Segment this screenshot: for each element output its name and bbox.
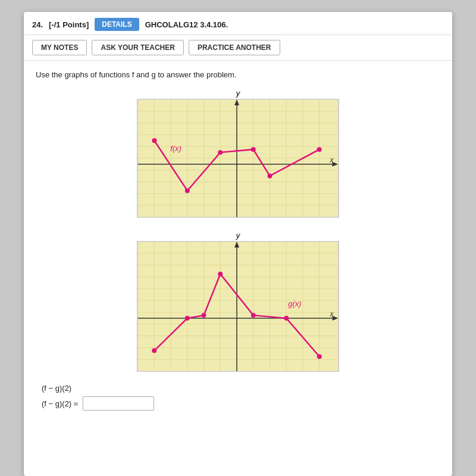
- problem-number: 24.: [32, 20, 43, 29]
- content-area: Use the graphs of functions f and g to a…: [24, 61, 452, 420]
- answer-row: (f − g)(2) =: [42, 396, 434, 411]
- svg-point-62: [284, 316, 289, 321]
- graph2-function-label: g(x): [288, 299, 301, 308]
- svg-point-27: [218, 150, 223, 155]
- svg-point-61: [251, 313, 256, 318]
- svg-point-60: [218, 272, 223, 277]
- action-bar: MY NOTES ASK YOUR TEACHER PRACTICE ANOTH…: [24, 35, 452, 61]
- graph1-function-label: f(x): [170, 144, 181, 153]
- answer-input[interactable]: [83, 396, 154, 411]
- page-container: 24. [-/1 Points] DETAILS GHCOLALG12 3.4.…: [24, 12, 452, 476]
- header-bar: 24. [-/1 Points] DETAILS GHCOLALG12 3.4.…: [24, 12, 452, 35]
- svg-point-58: [185, 316, 190, 321]
- svg-point-28: [251, 147, 256, 152]
- ask-teacher-button[interactable]: ASK YOUR TEACHER: [92, 40, 183, 55]
- problem-code: GHCOLALG12 3.4.106.: [145, 20, 228, 29]
- svg-rect-31: [138, 242, 339, 371]
- graph1-y-label: y: [137, 89, 339, 98]
- graph1-x-label: x: [329, 156, 334, 164]
- graph2-x-label: x: [330, 310, 334, 318]
- graph2-canvas: g(x) x: [137, 241, 339, 372]
- svg-point-30: [317, 147, 322, 152]
- svg-point-57: [152, 348, 156, 353]
- my-notes-button[interactable]: MY NOTES: [32, 40, 87, 55]
- graph1-wrapper: y: [137, 87, 339, 218]
- graph2-wrapper: y: [137, 230, 339, 372]
- points-label: [-/1 Points]: [49, 20, 89, 29]
- graph1-canvas: f(x) x: [137, 99, 339, 218]
- svg-point-29: [268, 174, 273, 178]
- answer-label: (f − g)(2) =: [42, 399, 78, 408]
- practice-another-button[interactable]: PRACTICE ANOTHER: [189, 40, 280, 55]
- svg-point-63: [317, 354, 322, 359]
- question-line1: (f − g)(2): [42, 384, 434, 393]
- details-button[interactable]: DETAILS: [95, 18, 139, 31]
- svg-point-25: [152, 138, 156, 143]
- instruction-text: Use the graphs of functions f and g to a…: [36, 70, 440, 79]
- graphs-container: y: [36, 87, 440, 372]
- svg-point-59: [202, 313, 206, 318]
- svg-point-26: [185, 188, 190, 193]
- graph2-y-label: y: [137, 231, 339, 240]
- question-section: (f − g)(2) (f − g)(2) =: [36, 384, 440, 411]
